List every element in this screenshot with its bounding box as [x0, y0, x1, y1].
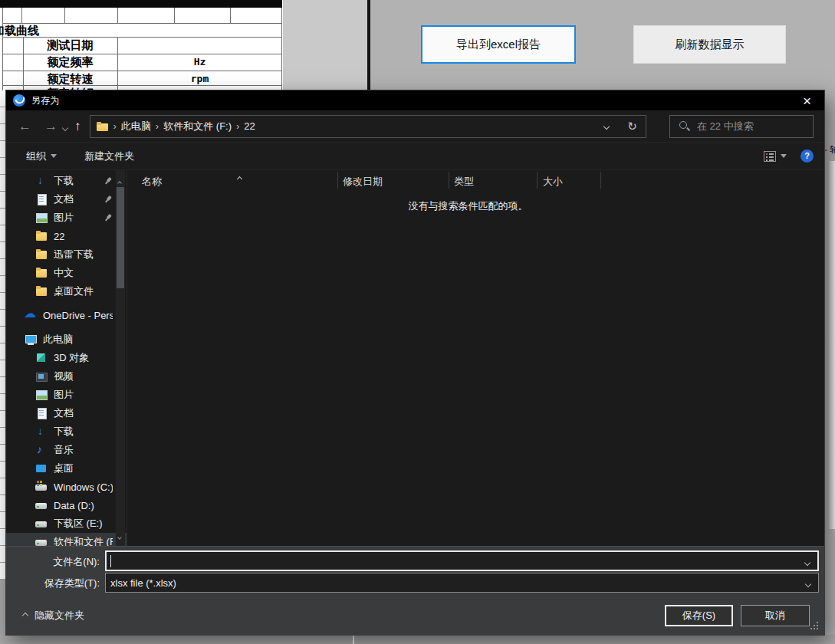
dialog-toolbar: 组织 新建文件夹: [6, 143, 824, 170]
document-icon: [35, 193, 48, 205]
sidebar-item[interactable]: 桌面文件: [6, 282, 127, 301]
sidebar-item[interactable]: 图片: [6, 386, 127, 404]
sidebar-item[interactable]: 下载: [6, 172, 127, 190]
background-left-strip: [0, 90, 6, 579]
hide-folders-button[interactable]: 隐藏文件夹: [17, 606, 90, 625]
sidebar-item[interactable]: 软件和文件 (F:): [6, 533, 127, 546]
breadcrumb-folder-22[interactable]: 22: [239, 120, 259, 132]
background-panel: [282, 0, 367, 90]
sidebar-item[interactable]: 3D 对象: [6, 349, 127, 367]
breadcrumb-drive-f[interactable]: 软件和文件 (F:): [159, 120, 236, 133]
sidebar-item[interactable]: 文档: [6, 404, 127, 422]
sidebar-item[interactable]: OneDrive - Pers: [6, 306, 127, 324]
save-as-dialog: 另存为 此电脑 软件和文件 (F:) 22 在 22 中搜索: [6, 90, 824, 635]
column-name[interactable]: 名称: [142, 175, 162, 189]
breadcrumb-this-pc[interactable]: 此电脑: [117, 120, 156, 133]
sidebar-item-label: Data (D:): [54, 500, 94, 511]
table-row: 额定转矩 N.m: [0, 85, 282, 90]
column-type[interactable]: 类型: [454, 175, 474, 189]
sidebar-item[interactable]: 下载: [6, 422, 127, 441]
change-view-button[interactable]: [764, 151, 787, 162]
video-icon: [35, 370, 48, 383]
dialog-titlebar[interactable]: 另存为: [6, 90, 824, 110]
sidebar-item[interactable]: 22: [6, 227, 127, 245]
folder-icon: [35, 230, 48, 242]
sidebar-item[interactable]: Data (D:): [6, 496, 127, 514]
sidebar-item-label: 文档: [54, 406, 74, 420]
new-folder-button[interactable]: 新建文件夹: [84, 150, 134, 163]
table-row: 额定频率 Hz: [0, 54, 282, 71]
sidebar-item[interactable]: Windows (C:): [6, 478, 127, 496]
address-dropdown-icon[interactable]: [593, 116, 620, 137]
column-modified[interactable]: 修改日期: [343, 175, 383, 189]
background-bottom-strip: [6, 635, 835, 644]
music-icon: [35, 444, 48, 456]
sidebar-item[interactable]: 视频: [6, 367, 127, 386]
sidebar-item[interactable]: 中文: [6, 264, 127, 282]
sidebar-item-label: 迅雷下载: [54, 248, 94, 261]
back-icon[interactable]: [18, 120, 31, 133]
sidebar-item[interactable]: 桌面: [6, 459, 127, 478]
sidebar-scrollbar[interactable]: [116, 170, 125, 546]
sidebar-item-label: 此电脑: [43, 333, 73, 347]
desktop-icon: [35, 462, 48, 475]
scroll-down-icon[interactable]: [118, 528, 121, 542]
sidebar-item-label: 下载: [54, 174, 74, 188]
folder-icon: [35, 285, 48, 297]
sort-ascending-icon: [238, 170, 242, 184]
sidebar-item[interactable]: 迅雷下载: [6, 245, 127, 264]
history-chevron-icon[interactable]: [63, 120, 67, 133]
resize-grip[interactable]: [810, 622, 820, 631]
sidebar-item-label: 中文: [54, 266, 74, 280]
folder-icon: [97, 121, 108, 131]
refresh-data-button[interactable]: 刷新数据显示: [633, 25, 786, 64]
filetype-select[interactable]: xlsx file (*.xlsx): [105, 573, 819, 593]
pin-icon: [102, 193, 115, 206]
column-size[interactable]: 大小: [543, 175, 563, 189]
windows-drive-icon: [35, 481, 48, 493]
cancel-button[interactable]: 取消: [741, 605, 810, 626]
close-icon[interactable]: [790, 90, 824, 110]
help-icon[interactable]: [800, 150, 814, 163]
sidebar-item[interactable]: 音乐: [6, 441, 127, 459]
save-button[interactable]: 保存(S): [665, 605, 733, 626]
pictures-icon: [35, 212, 48, 224]
table-row: 测试日期: [0, 37, 282, 54]
organize-button[interactable]: 组织: [26, 150, 57, 163]
chevron-up-icon: [22, 613, 28, 619]
sidebar-item-label: OneDrive - Pers: [43, 310, 113, 321]
sidebar-item-label: 桌面文件: [54, 284, 94, 298]
dialog-title: 另存为: [31, 94, 59, 107]
drive-icon: [35, 499, 48, 511]
search-placeholder: 在 22 中搜索: [697, 120, 754, 133]
filename-input[interactable]: [105, 550, 819, 571]
empty-folder-message: 没有与搜索条件匹配的项。: [127, 199, 809, 213]
chevron-down-icon: [781, 154, 787, 158]
3d-object-icon: [35, 352, 48, 364]
chevron-down-icon[interactable]: [805, 554, 810, 568]
forward-icon[interactable]: [44, 120, 58, 133]
up-icon[interactable]: [74, 120, 81, 133]
sidebar-item[interactable]: 图片: [6, 209, 127, 227]
text-caret: [110, 555, 111, 567]
scrollbar-thumb[interactable]: [117, 187, 124, 288]
sidebar-item-label: Windows (C:): [54, 481, 113, 493]
chevron-down-icon[interactable]: [806, 576, 810, 590]
sidebar-item-label: 音乐: [54, 443, 74, 457]
background-top-bar: [0, 0, 284, 8]
export-to-excel-button[interactable]: 导出到excel报告: [421, 25, 576, 64]
refresh-icon[interactable]: [620, 116, 646, 137]
views-icon: [764, 151, 776, 162]
address-bar[interactable]: 此电脑 软件和文件 (F:) 22: [90, 115, 646, 138]
sidebar-item[interactable]: 下载区 (E:): [6, 514, 127, 533]
pictures-icon: [35, 389, 48, 401]
app-icon: [13, 94, 25, 107]
dialog-footer-panel: 文件名(N): 保存类型(T): xlsx file (*.xlsx) 隐藏文件…: [6, 546, 824, 635]
sidebar-item[interactable]: 此电脑: [6, 330, 127, 349]
navigation-pane: 下载文档图片22迅雷下载中文桌面文件OneDrive - Pers此电脑3D 对…: [6, 170, 127, 546]
sidebar-item-label: 桌面: [54, 462, 74, 475]
scroll-up-icon[interactable]: [118, 174, 121, 188]
sidebar-item[interactable]: 文档: [6, 190, 127, 209]
sidebar-item-label: 图片: [54, 211, 74, 225]
search-box[interactable]: 在 22 中搜索: [669, 115, 814, 138]
